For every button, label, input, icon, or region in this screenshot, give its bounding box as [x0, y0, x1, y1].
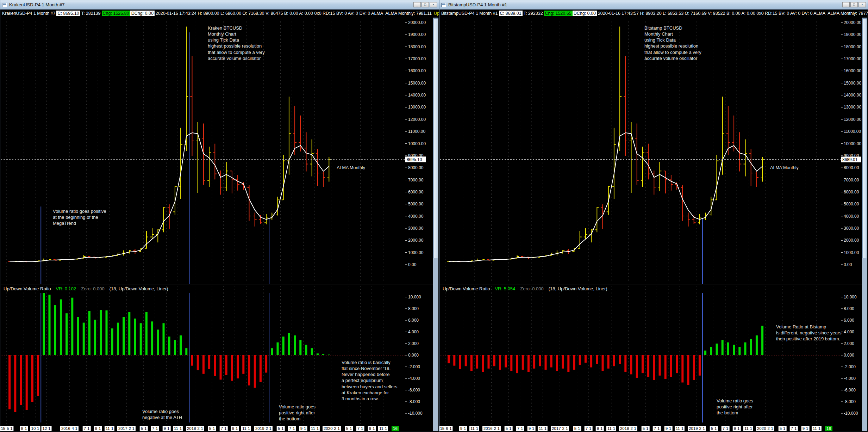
svg-text:-2.000: -2.000: [844, 364, 856, 369]
infobar-alma: ALMA Monthly: 7981.11: [384, 11, 433, 16]
minimize-button[interactable]: _: [413, 2, 421, 7]
svg-text:20000.00: 20000.00: [408, 20, 426, 25]
app-icon: [2, 3, 7, 7]
chart-annotation: Volume ratio goes negative at the ATH: [142, 408, 182, 420]
svg-text:-8.000: -8.000: [408, 399, 420, 404]
alma-line: [10, 133, 329, 262]
chart-annotation: Volume Ratio at Bistamp is different, ne…: [776, 324, 841, 342]
infobar-dchg: DChg: 0.00: [130, 11, 155, 16]
vr-study-zero: Zero: 0.000: [81, 286, 105, 291]
svg-text:18000.00: 18000.00: [408, 44, 426, 49]
svg-text:0.000: 0.000: [844, 353, 854, 358]
svg-text:15000.00: 15000.00: [408, 81, 426, 86]
svg-text:14000.00: 14000.00: [844, 93, 861, 98]
time-axis-label: 7-1: [220, 426, 228, 431]
minimize-button[interactable]: _: [842, 2, 850, 7]
svg-text:17000.00: 17000.00: [844, 56, 861, 61]
infobar-close: C: 8689.01: [499, 11, 523, 16]
svg-text:-10.000: -10.000: [844, 411, 858, 416]
svg-text:6.000: 6.000: [844, 318, 854, 323]
svg-text:10.000: 10.000: [844, 295, 857, 300]
svg-text:-6.000: -6.000: [408, 388, 420, 393]
infobar-trades: T: 292332: [523, 11, 544, 16]
svg-text:12000.00: 12000.00: [844, 117, 861, 122]
time-axis-label: 2019-2-1: [688, 426, 706, 431]
chart-window-kraken: KrakenUSD-P4 1 Month #7 _ □ × KrakenUSD-…: [0, 0, 439, 432]
maximize-button[interactable]: □: [421, 2, 429, 7]
time-axis-label: 2017-2-1: [117, 426, 136, 431]
svg-text:2000.00: 2000.00: [844, 238, 859, 243]
volume-ratio-pane: 10.0008.0006.0004.0002.0000.000-2.000-4.…: [440, 284, 863, 426]
time-axis-label: 2019-2-1: [254, 426, 273, 431]
svg-text:16000.00: 16000.00: [844, 68, 861, 73]
time-axis-label: 9-1: [733, 426, 741, 431]
last-price-box: 8689.01: [842, 157, 858, 162]
svg-text:10000.00: 10000.00: [408, 141, 426, 146]
chart-annotation: Kraken BTCUSD Monthly Chart using Tick D…: [208, 25, 265, 61]
time-axis-label: 11-1: [469, 426, 479, 431]
svg-text:1000.00: 1000.00: [844, 250, 859, 255]
titlebar[interactable]: BitstampUSD-P4 1 Month #1 _ □ ×: [439, 0, 868, 10]
time-axis-label: 11-1: [538, 426, 548, 431]
time-axis-label: 2020-2-1: [756, 426, 774, 431]
window-title: BitstampUSD-P4 1 Month #1: [448, 2, 507, 7]
svg-text:-8.000: -8.000: [844, 399, 856, 404]
time-axis-label: 7-1: [585, 426, 593, 431]
infobar-trades: T: 282139: [80, 11, 102, 16]
grid-lines: [7, 20, 383, 283]
time-axis-label: 11-1: [606, 426, 616, 431]
time-axis-label: 9-1: [94, 426, 102, 431]
time-axis-label: 11-1: [743, 426, 753, 431]
time-axis-label: 5-1: [573, 426, 581, 431]
close-button[interactable]: ×: [430, 2, 437, 7]
alma-line-label: ALMA Monthly: [337, 165, 365, 170]
vr-study-params: (18, Up/Down Volume, Liner): [110, 286, 168, 291]
svg-text:19000.00: 19000.00: [844, 32, 861, 37]
time-axis-label: 11-1: [241, 426, 251, 431]
current-bar-time-box: 16: [825, 426, 832, 431]
scrollbar-thumb[interactable]: [862, 18, 867, 258]
vr-study-value: VR: 0.102: [56, 286, 76, 291]
svg-text:2.000: 2.000: [408, 341, 419, 346]
desktop: KrakenUSD-P4 1 Month #7 _ □ × KrakenUSD-…: [0, 0, 868, 432]
time-axis-label: 9-1: [163, 426, 171, 431]
time-axis-label: 5-1: [710, 426, 718, 431]
ohlc-bars: [447, 27, 764, 263]
vr-study-header: Up/Down Volume Ratio VR: 5.054 Zero: 0.0…: [443, 286, 607, 291]
titlebar[interactable]: KrakenUSD-P4 1 Month #7 _ □ ×: [0, 0, 439, 10]
time-axis-label: 5-1: [208, 426, 216, 431]
current-bar-time-box: 16: [392, 426, 399, 431]
svg-text:0.00: 0.00: [408, 262, 417, 267]
svg-text:7000.00: 7000.00: [408, 178, 424, 183]
time-axis-label: 9-1: [596, 426, 604, 431]
time-axis-label: 2018-2-1: [619, 426, 637, 431]
svg-text:6000.00: 6000.00: [408, 190, 424, 195]
time-axis-label: 9-1: [664, 426, 673, 431]
time-axis-label: 2018-2-1: [186, 426, 204, 431]
maximize-button[interactable]: □: [850, 2, 858, 7]
volume-ratio-pane: 10.0008.0006.0004.0002.0000.000-2.000-4.…: [1, 284, 434, 426]
svg-text:8.000: 8.000: [844, 306, 854, 311]
window-title: KrakenUSD-P4 1 Month #7: [9, 2, 65, 7]
time-axis-label: 9-1: [299, 426, 307, 431]
svg-text:10.000: 10.000: [408, 295, 421, 300]
svg-text:15000.00: 15000.00: [844, 81, 861, 86]
svg-text:11000.00: 11000.00: [844, 129, 861, 134]
svg-text:2.000: 2.000: [844, 341, 854, 346]
infobar-symbol: KrakenUSD-P4 1 Month #7: [1, 11, 56, 16]
infobar-detail: 2020-01-16 17:43:24 H: 8900.00 L: 6860.0…: [155, 11, 384, 16]
time-axis-label: 8-1: [20, 426, 28, 431]
scrollbar-thumb[interactable]: [433, 18, 438, 258]
svg-text:20000.00: 20000.00: [844, 20, 861, 25]
time-axis-label: 5-1: [140, 426, 148, 431]
volume-ratio-bars: [8, 293, 330, 412]
close-button[interactable]: ×: [858, 2, 866, 7]
svg-text:11000.00: 11000.00: [408, 129, 425, 134]
svg-text:17000.00: 17000.00: [408, 56, 426, 61]
svg-text:7000.00: 7000.00: [844, 178, 859, 183]
svg-text:19000.00: 19000.00: [408, 32, 426, 37]
time-axis-label: 5-1: [642, 426, 650, 431]
vertical-scrollbar[interactable]: [862, 18, 867, 431]
vertical-scrollbar[interactable]: [433, 18, 438, 431]
time-axis-label: 7-1: [516, 426, 524, 431]
